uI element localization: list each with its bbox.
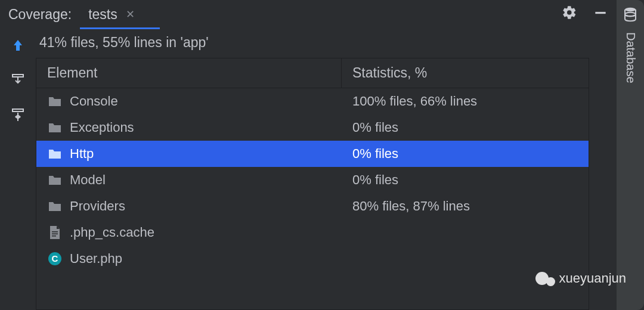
navigate-up-icon[interactable]	[10, 37, 26, 54]
cell-element: .php_cs.cache	[36, 225, 342, 240]
column-header-element[interactable]: Element	[36, 58, 342, 88]
svg-point-9	[625, 13, 636, 16]
row-name: Exceptions	[70, 120, 134, 135]
cell-element: Model	[36, 172, 342, 188]
cell-element: Exceptions	[36, 120, 342, 135]
cell-stats: 100% files, 66% lines	[342, 94, 589, 109]
row-name: User.php	[70, 251, 122, 266]
cell-stats: 80% files, 87% lines	[342, 199, 589, 214]
cell-stats: 0% files	[342, 146, 589, 162]
row-name: Console	[70, 94, 118, 109]
row-name: .php_cs.cache	[70, 225, 154, 240]
table-header: Element Statistics, %	[36, 58, 589, 88]
coverage-summary: 41% files, 55% lines in 'app'	[36, 30, 589, 58]
gear-icon[interactable]	[562, 5, 577, 24]
cell-stats: 0% files	[342, 120, 589, 135]
file-icon	[47, 225, 63, 240]
svg-point-8	[625, 8, 636, 11]
svg-text:C: C	[52, 253, 58, 264]
row-name: Model	[70, 172, 106, 188]
row-name: Providers	[70, 199, 125, 214]
folder-icon	[47, 94, 63, 109]
tab-tests[interactable]: tests ✕	[86, 0, 137, 29]
left-toolbar	[0, 29, 36, 310]
table-row[interactable]: Console100% files, 66% lines	[36, 88, 589, 114]
panel-title: Coverage:	[8, 7, 72, 23]
export-icon[interactable]	[10, 106, 26, 123]
minimize-icon[interactable]	[593, 5, 608, 24]
column-header-stats[interactable]: Statistics, %	[342, 58, 589, 88]
row-name: Http	[70, 146, 94, 162]
table-row[interactable]: .php_cs.cache	[36, 219, 589, 246]
coverage-header: Coverage: tests ✕	[0, 0, 617, 29]
watermark-bubble-icon	[546, 277, 555, 286]
tab-label: tests	[88, 7, 117, 23]
cell-stats: 0% files	[342, 172, 589, 188]
cell-element: Providers	[36, 199, 342, 214]
svg-rect-1	[13, 75, 23, 77]
database-sidebar-label[interactable]: Database	[624, 32, 637, 83]
coverage-table: Element Statistics, % Console100% files,…	[36, 58, 589, 310]
folder-icon	[47, 172, 63, 188]
svg-rect-3	[52, 231, 58, 232]
svg-rect-0	[595, 12, 605, 14]
cell-element: Console	[36, 94, 342, 109]
table-row[interactable]: Http0% files	[36, 141, 589, 167]
folder-icon	[47, 199, 63, 214]
tab-underline	[80, 27, 160, 29]
close-icon[interactable]: ✕	[126, 8, 135, 21]
watermark-text: xueyuanjun	[559, 271, 626, 286]
cell-element: CUser.php	[36, 251, 342, 266]
folder-icon	[47, 120, 63, 135]
import-icon[interactable]	[10, 72, 26, 88]
svg-rect-2	[13, 109, 23, 111]
cell-element: Http	[36, 146, 342, 162]
table-row[interactable]: Model0% files	[36, 167, 589, 193]
folder-icon	[47, 146, 63, 162]
table-row[interactable]: Providers80% files, 87% lines	[36, 193, 589, 219]
class-icon: C	[47, 251, 63, 266]
table-row[interactable]: CUser.php	[36, 246, 589, 272]
svg-rect-4	[52, 234, 58, 235]
right-sidebar: Database	[617, 0, 644, 310]
table-row[interactable]: Exceptions0% files	[36, 114, 589, 141]
watermark: xueyuanjun	[535, 271, 626, 286]
database-icon[interactable]	[623, 7, 637, 26]
svg-rect-5	[52, 235, 56, 237]
